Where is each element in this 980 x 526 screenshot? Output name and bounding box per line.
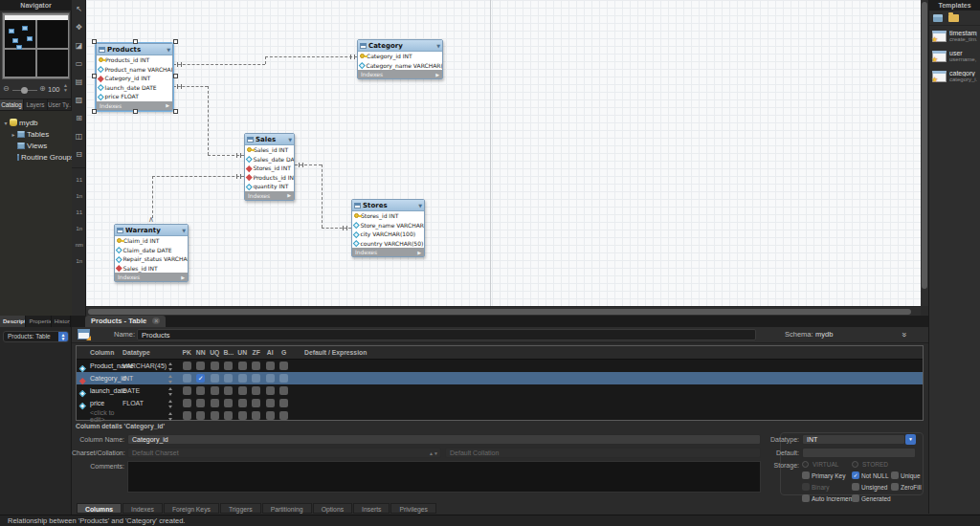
checkbox-icon[interactable] — [891, 471, 899, 479]
eraser-tool-icon[interactable]: ◪ — [72, 36, 86, 55]
zoom-in-icon[interactable]: ⊕ — [39, 84, 46, 93]
grid-cell-datatype[interactable]: INT — [122, 375, 168, 382]
table-column-row[interactable]: quantity INT — [245, 182, 294, 191]
grid-cell-column-name[interactable]: <click to edit> — [77, 409, 122, 423]
datatype-stepper-icon[interactable] — [168, 362, 173, 371]
table-column-row[interactable]: Stores_id INT — [352, 211, 424, 221]
checkbox-NN[interactable] — [196, 362, 205, 370]
checkbox-icon[interactable] — [852, 483, 859, 491]
checkbox-icon[interactable] — [802, 494, 810, 502]
diagram-table-category[interactable]: Category ▼Category_id INTCategory_name V… — [357, 39, 443, 79]
rel-existing-columns-tool-icon[interactable]: 1:n — [72, 253, 86, 270]
checkbox-UN[interactable] — [238, 374, 247, 383]
checkbox-ZF[interactable] — [252, 362, 260, 370]
charset-select[interactable]: Default Charset▲▼ — [127, 448, 441, 458]
editor-tab-indexes[interactable]: Indexes — [122, 503, 163, 514]
table-name-input[interactable]: Products — [137, 329, 756, 340]
relationship-sales-warranty[interactable] — [152, 176, 244, 177]
table-column-row[interactable]: Claim_date DATE — [115, 246, 188, 255]
checkbox-PK[interactable] — [183, 399, 191, 407]
editor-tab-columns[interactable]: Columns — [77, 503, 122, 514]
checkbox-UQ[interactable] — [211, 374, 219, 383]
grid-row-Product_name[interactable]: Product_nameVARCHAR(45) — [77, 360, 923, 372]
checkbox-icon[interactable] — [802, 471, 810, 479]
checkbox-AI[interactable] — [266, 362, 275, 370]
tab-history[interactable]: History — [52, 316, 71, 327]
checkbox-UQ[interactable] — [211, 362, 219, 370]
canvas-horizontal-scrollbar[interactable] — [86, 306, 921, 316]
template-item-category[interactable]: category category_i... — [929, 66, 980, 86]
collation-select[interactable]: Default Collation — [445, 448, 761, 458]
checkbox-G[interactable] — [279, 374, 288, 383]
routine-group-tool-icon[interactable]: ⊟ — [72, 145, 86, 164]
checkbox-B...[interactable] — [224, 362, 233, 370]
default-input[interactable] — [802, 448, 916, 458]
pointer-tool-icon[interactable]: ↖ — [72, 0, 86, 18]
tree-item-tables[interactable]: ▸ Tables — [0, 128, 72, 140]
indexes-footer[interactable]: Indexes▶ — [245, 191, 294, 200]
checkbox-ZF[interactable] — [252, 399, 260, 407]
checkbox-ZF[interactable] — [252, 411, 260, 420]
checkbox-G[interactable] — [279, 362, 288, 370]
indexes-footer[interactable]: Indexes▶ — [358, 70, 442, 78]
table-column-row[interactable]: Sales_date DATE — [245, 155, 294, 164]
grid-row-launch_date[interactable]: launch_dateDATE — [77, 384, 923, 397]
table-column-row[interactable]: Repair_status VARCHAR(45) — [115, 254, 188, 264]
datatype-input[interactable]: INT — [802, 434, 905, 445]
flag-unsigned[interactable]: Unsigned — [852, 483, 887, 491]
layer-tool-icon[interactable]: ▭ — [72, 55, 86, 73]
grid-row-Category_id[interactable]: Category_idINT✓ — [77, 372, 923, 384]
checkbox-UQ[interactable] — [211, 399, 219, 407]
template-item-user[interactable]: user username, ... — [929, 46, 980, 66]
selection-handle[interactable] — [133, 109, 138, 114]
relationship-products-category[interactable] — [265, 56, 266, 64]
relationship-products-sales[interactable] — [173, 86, 208, 87]
table-tool-icon[interactable]: ⊞ — [72, 109, 86, 127]
collapse-table-icon[interactable]: ▼ — [167, 47, 170, 53]
zoom-slider-thumb[interactable] — [21, 87, 28, 94]
checkbox-B...[interactable] — [224, 411, 233, 420]
checkbox-G[interactable] — [279, 386, 288, 395]
template-item-timestamps[interactable]: timestamps create_tim... — [929, 26, 980, 46]
table-column-row[interactable]: price FLOAT — [97, 92, 172, 101]
flag-generated[interactable]: Generated — [852, 494, 891, 502]
relationship-products-category[interactable] — [265, 56, 357, 57]
diagram-minimap[interactable] — [2, 12, 70, 79]
table-column-row[interactable]: city VARCHAR(100) — [352, 230, 424, 239]
flag-zerofill[interactable]: ZeroFill — [891, 483, 922, 491]
flag-unique[interactable]: Unique — [891, 471, 921, 479]
collapse-table-icon[interactable]: ▼ — [288, 137, 292, 142]
selection-handle[interactable] — [133, 39, 138, 44]
relationship-products-sales[interactable] — [208, 86, 209, 155]
checkbox-PK[interactable] — [183, 362, 191, 370]
datatype-stepper-icon[interactable] — [168, 375, 173, 384]
collapse-table-icon[interactable]: ▼ — [182, 228, 186, 233]
checkbox-AI[interactable] — [266, 374, 275, 383]
checkbox-UN[interactable] — [238, 386, 247, 395]
rel-n-m-identifying-tool-icon[interactable]: n:m — [72, 237, 86, 253]
tab-properties[interactable]: Properties — [26, 316, 51, 327]
template-folder-icon[interactable] — [948, 14, 959, 22]
scrollbar-thumb[interactable] — [88, 309, 911, 315]
table-column-row[interactable]: Product_name VARCHAR(45) — [97, 65, 172, 75]
checkbox-B...[interactable] — [224, 386, 233, 395]
expander-icon[interactable]: ▸ — [10, 131, 17, 138]
comments-textarea[interactable] — [127, 461, 761, 493]
checkbox-UQ[interactable] — [211, 386, 219, 395]
table-column-row[interactable]: launch_date DATE — [97, 83, 172, 93]
tab-catalog[interactable]: Catalog — [0, 99, 24, 110]
table-column-row[interactable]: Category_id INT — [358, 52, 442, 61]
tree-item-schema[interactable]: ▾ mydb — [0, 117, 72, 128]
editor-tab-triggers[interactable]: Triggers — [220, 503, 261, 514]
editor-tab-privileges[interactable]: Privileges — [390, 503, 435, 514]
checkbox-ZF[interactable] — [252, 386, 260, 395]
grid-cell-datatype[interactable]: DATE — [122, 387, 168, 394]
editor-tab-foreign-keys[interactable]: Foreign Keys — [164, 503, 219, 514]
scrollbar-thumb[interactable] — [922, 2, 927, 289]
table-column-row[interactable]: Claim_id INT — [115, 236, 188, 246]
collapse-table-icon[interactable]: ▼ — [418, 203, 422, 208]
grid-cell-column-name[interactable]: Product_name — [77, 362, 122, 369]
flag-binary[interactable]: Binary — [802, 483, 829, 491]
selection-handle[interactable] — [92, 74, 97, 78]
zoom-value[interactable]: 100 — [48, 85, 60, 94]
